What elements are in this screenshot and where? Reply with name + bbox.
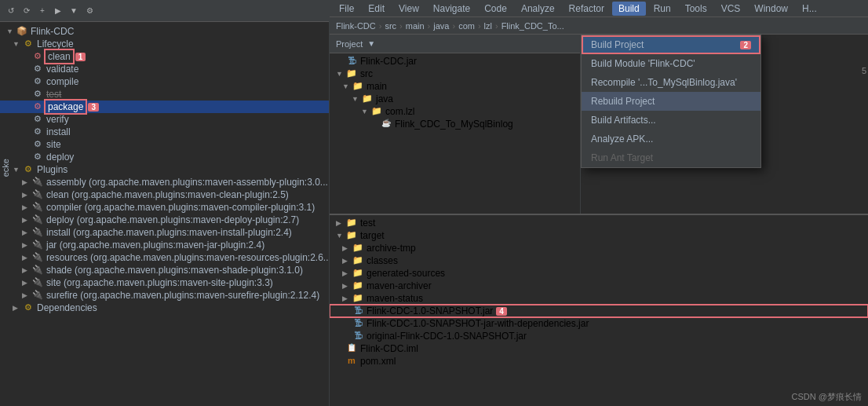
toolbar-icon-5[interactable]: ▼ [67,5,80,17]
build-project-item[interactable]: Build Project 2 [582,35,760,54]
plugin-assembly[interactable]: ▶ 🔌 assembly (org.apache.maven.plugins:m… [0,176,329,188]
plugin-jar[interactable]: ▶ 🔌 jar (org.apache.maven.plugins:maven-… [0,239,329,251]
breadcrumb-part[interactable]: Flink_CDC_To... [501,21,564,31]
breadcrumb-part[interactable]: main [406,21,425,31]
original-jar-item[interactable]: 🗜 original-Flink-CDC-1.0-SNAPSHOT.jar [330,330,868,342]
plugin-label: jar (org.apache.maven.plugins:maven-jar-… [46,240,264,251]
menu-refactor[interactable]: Refactor [563,2,611,16]
archive-tmp-label: archive-tmp [367,243,416,254]
pom-item[interactable]: m pom.xml [330,355,868,368]
arrow: ▼ [352,95,361,103]
verify-item[interactable]: ⚙ verify [0,113,329,126]
plugin-label: deploy (org.apache.maven.plugins:maven-d… [46,214,299,225]
rebuild-item[interactable]: Rebuild Project [582,92,760,111]
toolbar-icon-4[interactable]: ▶ [52,5,64,17]
project-panel: Project ▼ 🗜 Flink-CDC.jar ▼ 📁 src [330,35,581,214]
target-folder-item[interactable]: ▼ 📁 target [330,229,868,242]
plugin-icon: 🔌 [31,290,44,301]
plugin-shade[interactable]: ▶ 🔌 shade (org.apache.maven.plugins:mave… [0,264,329,276]
classes-item[interactable]: ▶ 📁 classes [330,254,868,267]
validate-label: validate [46,64,78,75]
maven-status-item[interactable]: ▶ 📁 maven-status [330,292,868,305]
java-item[interactable]: ▼ 📁 java [330,93,580,105]
snapshot-jar-item[interactable]: 🗜 Flink-CDC-1.0-SNAPSHOT.jar 4 [330,305,868,317]
breadcrumb-part[interactable]: Flink-CDC [336,21,376,31]
toolbar-icon-6[interactable]: ⚙ [83,5,96,17]
project-dropdown-icon[interactable]: ▼ [367,39,375,48]
comlzl-item[interactable]: ▼ 📁 com.lzl [330,105,580,118]
plugin-resources[interactable]: ▶ 🔌 resources (org.apache.maven.plugins:… [0,251,329,264]
snapshot-jar-label: Flink-CDC-1.0-SNAPSHOT.jar [367,305,493,316]
clean-item[interactable]: ⚙ clean 1 [0,50,329,63]
plugin-site[interactable]: ▶ 🔌 site (org.apache.maven.plugins:maven… [0,276,329,289]
menu-build[interactable]: Build [612,2,646,16]
run-ant-item[interactable]: Run Ant Target [582,148,760,167]
recompile-item[interactable]: Recompile '...To_MySqlBinlog.java' [582,73,760,92]
validate-item[interactable]: ⚙ validate [0,63,329,75]
plugin-compiler[interactable]: ▶ 🔌 compiler (org.apache.maven.plugins:m… [0,201,329,214]
menu-file[interactable]: File [333,2,360,16]
menu-window[interactable]: Window [748,2,794,16]
plugin-surefire[interactable]: ▶ 🔌 surefire (org.apache.maven.plugins:m… [0,289,329,302]
test-folder-item[interactable]: ▶ 📁 test [330,217,868,229]
iml-icon: 📋 [345,343,358,354]
menu-help[interactable]: H... [796,2,823,16]
toolbar-icon-2[interactable]: ⟳ [20,5,33,17]
snapshot-jar-deps-item[interactable]: 🗜 Flink-CDC-1.0-SNAPSHOT-jar-with-depend… [330,317,868,330]
breadcrumb-part[interactable]: src [385,21,396,31]
breadcrumb-part[interactable]: com [458,21,475,31]
archive-tmp-item[interactable]: ▶ 📁 archive-tmp [330,242,868,254]
deploy-gear-icon: ⚙ [31,152,44,163]
menu-vcs[interactable]: VCS [715,2,747,16]
test-folder-label: test [360,218,375,229]
analyze-apk-item[interactable]: Analyze APK... [582,130,760,148]
jar-item[interactable]: 🗜 Flink-CDC.jar [330,55,580,68]
breadcrumb-part[interactable]: java [433,21,449,31]
install-item[interactable]: ⚙ install [0,126,329,138]
plugin-deploy[interactable]: ▶ 🔌 deploy (org.apache.maven.plugins:mav… [0,214,329,226]
compile-item[interactable]: ⚙ compile [0,75,329,88]
tree-root[interactable]: ▼ 📦 Flink-CDC [0,25,329,38]
menu-tools[interactable]: Tools [679,2,713,16]
plugins-item[interactable]: ▼ ⚙ Plugins [0,163,329,176]
arrow: ▶ [336,219,345,227]
maven-archiver-item[interactable]: ▶ 📁 maven-archiver [330,280,868,292]
menu-run[interactable]: Run [647,2,677,16]
lifecycle-item[interactable]: ▼ ⚙ Lifecycle [0,38,329,50]
sep: › [452,21,455,31]
menu-code[interactable]: Code [478,2,513,16]
src-item[interactable]: ▼ 📁 src [330,68,580,80]
plugin-install[interactable]: ▶ 🔌 install (org.apache.maven.plugins:ma… [0,226,329,239]
plugin-label: site (org.apache.maven.plugins:maven-sit… [46,277,273,288]
jar-label: Flink-CDC.jar [360,56,417,67]
plugin-clean[interactable]: ▶ 🔌 clean (org.apache.maven.plugins:mave… [0,188,329,201]
test-item[interactable]: ⚙ test [0,88,329,101]
generated-sources-label: generated-sources [367,268,445,279]
toolbar-icon-1[interactable]: ↺ [5,5,17,17]
deploy-item[interactable]: ⚙ deploy [0,151,329,163]
toolbar-icon-3[interactable]: + [36,5,49,17]
build-module-item[interactable]: Build Module 'Flink-CDC' [582,54,760,73]
top-right-area: Project ▼ 🗜 Flink-CDC.jar ▼ 📁 src [330,35,868,215]
menu-edit[interactable]: Edit [362,2,391,16]
menu-navigate[interactable]: Navigate [427,2,476,16]
credit-label: CSDN @梦痕长情 [792,391,862,403]
site-lifecycle-item[interactable]: ⚙ site [0,138,329,151]
main-item[interactable]: ▼ 📁 main [330,80,580,93]
dependencies-item[interactable]: ▶ ⚙ Dependencies [0,302,329,314]
menu-view[interactable]: View [392,2,425,16]
plugin-icon: 🔌 [31,177,44,188]
build-artifacts-item[interactable]: Build Artifacts... [582,111,760,130]
menu-analyze[interactable]: Analyze [515,2,561,16]
folder-icon: 📁 [345,68,358,79]
arrow-icon: ▼ [13,40,22,48]
sep: › [495,21,498,31]
iml-item[interactable]: 📋 Flink-CDC.iml [330,342,868,355]
plugin-label: compiler (org.apache.maven.plugins:maven… [46,202,315,213]
package-item[interactable]: ⚙ package 3 [0,101,329,113]
folder-icon: 📁 [352,243,364,254]
generated-sources-item[interactable]: ▶ 📁 generated-sources [330,267,868,280]
flink-file-item[interactable]: ☕ Flink_CDC_To_MySqlBinlog [330,118,580,130]
left-maven-panel: ↺ ⟳ + ▶ ▼ ⚙ ▼ 📦 Flink-CDC ▼ ⚙ Lifecycle [0,0,330,406]
breadcrumb-part[interactable]: lzl [484,21,492,31]
